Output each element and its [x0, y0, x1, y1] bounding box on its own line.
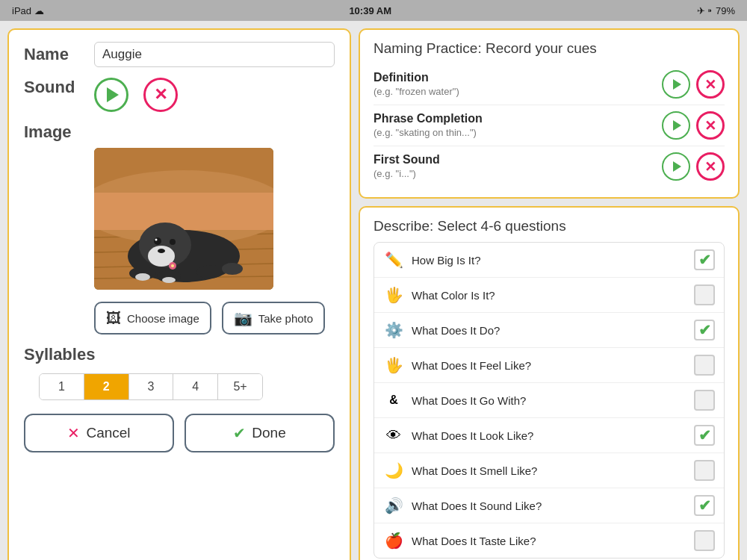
describe-label-look: What Does It Look Like? — [412, 429, 686, 442]
syllable-4[interactable]: 4 — [173, 374, 218, 399]
naming-label-firstsound: First Sound — [374, 153, 654, 167]
describe-icon-go: & — [383, 393, 404, 407]
status-bar: iPad ☁ 10:39 AM ✈ ⁍ 79% — [0, 0, 747, 21]
checkbox-feel[interactable] — [694, 355, 715, 376]
right-panel: Naming Practice: Record your cues Defini… — [359, 28, 740, 560]
naming-label-phrase: Phrase Completion — [374, 112, 654, 125]
main-content: Name Sound ✕ Image — [0, 21, 747, 560]
describe-label-size: How Big Is It? — [412, 254, 686, 267]
take-photo-button[interactable]: 📷 Take photo — [222, 302, 325, 335]
x-icon-fs: ✕ — [704, 158, 716, 175]
describe-icon-color: 🖐️ — [383, 286, 404, 304]
checkbox-smell[interactable] — [694, 460, 715, 481]
image-label: Image — [24, 119, 84, 142]
describe-item-color[interactable]: 🖐️ What Color Is It? — [374, 278, 724, 313]
checkbox-taste[interactable] — [694, 530, 715, 551]
cancel-label: Cancel — [86, 425, 130, 441]
x-icon-phrase: ✕ — [704, 117, 716, 134]
describe-item-go[interactable]: & What Does It Go With? — [374, 383, 724, 418]
choose-image-label: Choose image — [127, 312, 199, 325]
cancel-button[interactable]: ✕ Cancel — [24, 414, 174, 452]
done-button[interactable]: ✔ Done — [185, 414, 335, 452]
sound-delete-button[interactable]: ✕ — [143, 78, 178, 112]
status-left: iPad ☁ — [12, 5, 44, 16]
describe-item-sound[interactable]: 🔊 What Does It Sound Like? ✔ — [374, 488, 724, 523]
describe-item-taste[interactable]: 🍎 What Does It Taste Like? — [374, 523, 724, 558]
syllable-3[interactable]: 3 — [129, 374, 174, 399]
checkmark-do: ✔ — [698, 321, 711, 339]
naming-play-definition[interactable] — [662, 70, 690, 99]
checkmark-size: ✔ — [698, 251, 711, 269]
describe-item-feel[interactable]: 🖐 What Does It Feel Like? — [374, 348, 724, 383]
naming-title-bold: Naming Practice: — [374, 40, 482, 56]
syllables-label: Syllables — [24, 345, 335, 364]
naming-controls-firstsound: ✕ — [662, 152, 725, 181]
syllable-2[interactable]: 2 — [84, 374, 129, 399]
name-input[interactable] — [94, 42, 335, 67]
checkbox-size[interactable]: ✔ — [694, 249, 715, 270]
describe-label-go: What Does It Go With? — [412, 394, 686, 407]
naming-text-definition: Definition (e.g. "frozen water") — [374, 71, 654, 98]
describe-item-look[interactable]: 👁 What Does It Look Like? ✔ — [374, 418, 724, 453]
naming-text-firstsound: First Sound (e.g. "i...") — [374, 153, 654, 180]
svg-point-13 — [158, 249, 165, 253]
checkbox-look[interactable]: ✔ — [694, 425, 715, 446]
describe-item-do[interactable]: ⚙️ What Does It Do? ✔ — [374, 313, 724, 348]
dog-svg — [94, 148, 273, 290]
ipad-frame: iPad ☁ 10:39 AM ✈ ⁍ 79% Name Sound — [0, 0, 747, 560]
describe-icon-size: ✏️ — [383, 251, 404, 269]
battery-icon: ✈ ⁍ 79% — [697, 5, 735, 16]
describe-icon-sound: 🔊 — [383, 497, 404, 514]
svg-point-12 — [155, 239, 158, 241]
naming-controls-definition: ✕ — [662, 70, 725, 99]
syllable-1[interactable]: 1 — [40, 374, 84, 399]
describe-label-sound: What Does It Sound Like? — [412, 500, 686, 512]
svg-point-17 — [222, 263, 243, 275]
svg-rect-6 — [94, 193, 273, 230]
x-icon: ✕ — [154, 85, 167, 105]
describe-title-bold: Describe: — [374, 218, 433, 234]
naming-label-definition: Definition — [374, 71, 654, 84]
naming-delete-definition[interactable]: ✕ — [696, 70, 725, 99]
bottom-buttons: ✕ Cancel ✔ Done — [24, 414, 335, 452]
describe-icon-do: ⚙️ — [383, 321, 404, 339]
describe-label-smell: What Does It Smell Like? — [412, 464, 686, 477]
describe-label-do: What Does It Do? — [412, 324, 686, 337]
naming-delete-firstsound[interactable]: ✕ — [696, 152, 725, 181]
describe-icon-smell: 🌙 — [383, 461, 404, 479]
describe-panel: Describe: Select 4-6 questions ✏️ How Bi… — [359, 206, 740, 560]
status-time: 10:39 AM — [349, 5, 391, 16]
naming-controls-phrase: ✕ — [662, 111, 725, 140]
describe-title: Describe: Select 4-6 questions — [374, 218, 725, 234]
checkbox-do[interactable]: ✔ — [694, 320, 715, 340]
done-check-icon: ✔ — [233, 424, 246, 442]
naming-play-phrase[interactable] — [662, 111, 690, 140]
sound-play-button[interactable] — [94, 78, 128, 112]
syllable-5plus[interactable]: 5+ — [218, 374, 262, 399]
syllables-section: Syllables 1 2 3 4 5+ — [24, 345, 335, 400]
checkbox-color[interactable] — [694, 284, 715, 305]
svg-point-11 — [170, 239, 176, 245]
sound-row: Sound ✕ — [24, 75, 335, 112]
naming-delete-phrase[interactable]: ✕ — [696, 111, 725, 140]
image-buttons: 🖼 Choose image 📷 Take photo — [94, 302, 335, 335]
naming-panel: Naming Practice: Record your cues Defini… — [359, 28, 740, 199]
naming-row-definition: Definition (e.g. "frozen water") ✕ — [374, 64, 725, 105]
naming-row-phrase: Phrase Completion (e.g. "skating on thin… — [374, 105, 725, 146]
describe-list: ✏️ How Big Is It? ✔ 🖐️ What Color Is It?… — [374, 242, 725, 559]
left-panel: Name Sound ✕ Image — [7, 28, 351, 560]
name-label: Name — [24, 42, 84, 64]
svg-point-10 — [154, 237, 161, 245]
choose-image-button[interactable]: 🖼 Choose image — [94, 302, 211, 335]
describe-label-feel: What Does It Feel Like? — [412, 359, 686, 372]
play-icon — [107, 87, 119, 102]
describe-title-regular: Select 4-6 questions — [438, 218, 566, 234]
done-label: Done — [252, 425, 285, 441]
describe-icon-taste: 🍎 — [383, 532, 404, 550]
describe-item-size[interactable]: ✏️ How Big Is It? ✔ — [374, 243, 724, 278]
checkbox-sound[interactable]: ✔ — [694, 495, 715, 516]
describe-item-smell[interactable]: 🌙 What Does It Smell Like? — [374, 453, 724, 488]
naming-play-firstsound[interactable] — [662, 152, 690, 181]
cancel-x-icon: ✕ — [67, 424, 80, 442]
checkbox-go[interactable] — [694, 390, 715, 411]
